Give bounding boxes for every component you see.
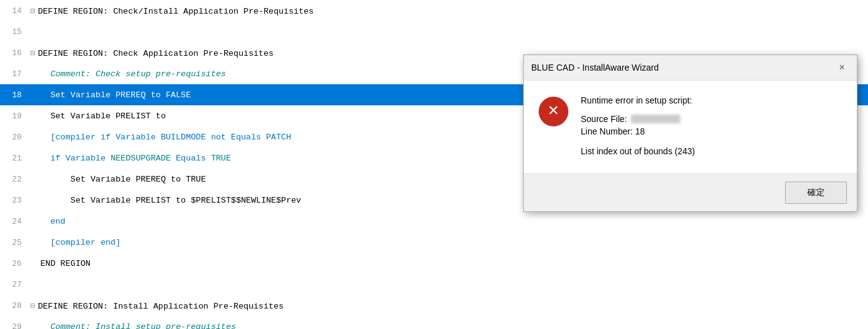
error-detail: List index out of bounds (243) bbox=[581, 146, 842, 156]
code-line-25[interactable]: 25 [compiler end] bbox=[0, 232, 868, 253]
code-line-15: 15 bbox=[0, 21, 868, 42]
dialog-message: Runtime error in setup script: Source Fi… bbox=[581, 95, 842, 156]
error-x-icon: ✕ bbox=[549, 102, 559, 120]
ok-button[interactable]: 確定 bbox=[785, 182, 847, 204]
code-line-27: 27 bbox=[0, 274, 868, 295]
dialog-title: BLUE CAD - InstallAware Wizard bbox=[531, 63, 659, 72]
code-editor: 14 ⊟DEFINE REGION: Check/Install Applica… bbox=[0, 0, 868, 329]
dialog-body: ✕ Runtime error in setup script: Source … bbox=[524, 81, 857, 173]
source-file-line: Source File: bbox=[581, 114, 842, 124]
error-dialog: BLUE CAD - InstallAware Wizard × ✕ Runti… bbox=[523, 55, 857, 212]
source-file-value bbox=[631, 115, 680, 123]
error-title: Runtime error in setup script: bbox=[581, 95, 842, 105]
dialog-titlebar: BLUE CAD - InstallAware Wizard × bbox=[524, 55, 857, 81]
dialog-close-button[interactable]: × bbox=[835, 60, 849, 75]
source-file-label: Source File: bbox=[581, 114, 627, 124]
line-number-line: Line Number: 18 bbox=[581, 126, 842, 136]
dialog-footer: 確定 bbox=[524, 173, 857, 211]
code-line-14[interactable]: 14 ⊟DEFINE REGION: Check/Install Applica… bbox=[0, 0, 868, 21]
code-line-26[interactable]: 26 END REGION bbox=[0, 253, 868, 274]
code-line-29[interactable]: 29 Comment: Install setup pre-requisites bbox=[0, 316, 868, 329]
code-line-28[interactable]: 28 ⊟DEFINE REGION: Install Application P… bbox=[0, 295, 868, 316]
code-line-24[interactable]: 24 end bbox=[0, 211, 868, 232]
scroll-indicator bbox=[857, 84, 868, 105]
error-icon: ✕ bbox=[539, 97, 568, 126]
